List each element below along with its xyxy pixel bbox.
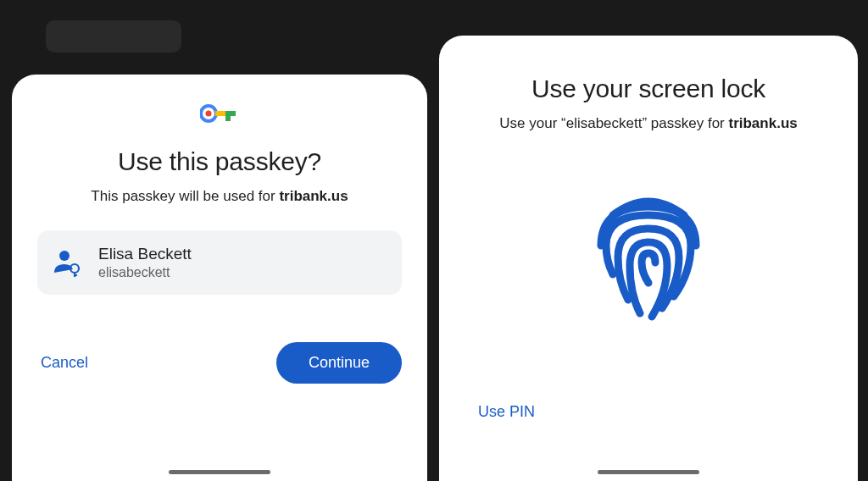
- passkey-subtitle-domain: tribank.us: [279, 188, 348, 204]
- svg-point-5: [59, 251, 70, 261]
- passkey-key-icon: [200, 103, 239, 127]
- screenlock-subtitle-domain: tribank.us: [728, 115, 797, 131]
- svg-rect-3: [231, 111, 236, 116]
- svg-point-4: [206, 111, 212, 117]
- passkey-subtitle-text: This passkey will be used for: [91, 188, 279, 204]
- background-shadow: [46, 20, 181, 53]
- continue-button[interactable]: Continue: [276, 342, 402, 384]
- button-row: Cancel Continue: [37, 342, 402, 384]
- fingerprint-icon[interactable]: [581, 181, 716, 329]
- nav-pill: [169, 470, 270, 474]
- screenlock-title: Use your screen lock: [531, 75, 765, 103]
- use-pin-row: Use PIN: [465, 396, 832, 428]
- passkey-subtitle: This passkey will be used for tribank.us: [91, 188, 348, 205]
- use-pin-button[interactable]: Use PIN: [475, 396, 538, 428]
- svg-rect-2: [225, 111, 231, 121]
- account-text: Elisa Beckett elisabeckett: [98, 244, 192, 281]
- passkey-title: Use this passkey?: [118, 147, 321, 176]
- screenlock-subtitle-text: Use your “elisabeckett” passkey for: [499, 115, 728, 131]
- account-card[interactable]: Elisa Beckett elisabeckett: [37, 230, 402, 295]
- svg-rect-8: [74, 274, 77, 276]
- user-passkey-icon: [53, 247, 83, 278]
- screenlock-subtitle: Use your “elisabeckett” passkey for trib…: [499, 115, 797, 132]
- svg-rect-1: [215, 111, 227, 116]
- cancel-button[interactable]: Cancel: [37, 347, 92, 379]
- screenlock-sheet: Use your screen lock Use your “elisabeck…: [439, 36, 858, 481]
- account-name: Elisa Beckett: [98, 244, 192, 264]
- account-username: elisabeckett: [98, 264, 192, 281]
- passkey-select-sheet: Use this passkey? This passkey will be u…: [12, 75, 427, 481]
- nav-pill: [598, 470, 699, 474]
